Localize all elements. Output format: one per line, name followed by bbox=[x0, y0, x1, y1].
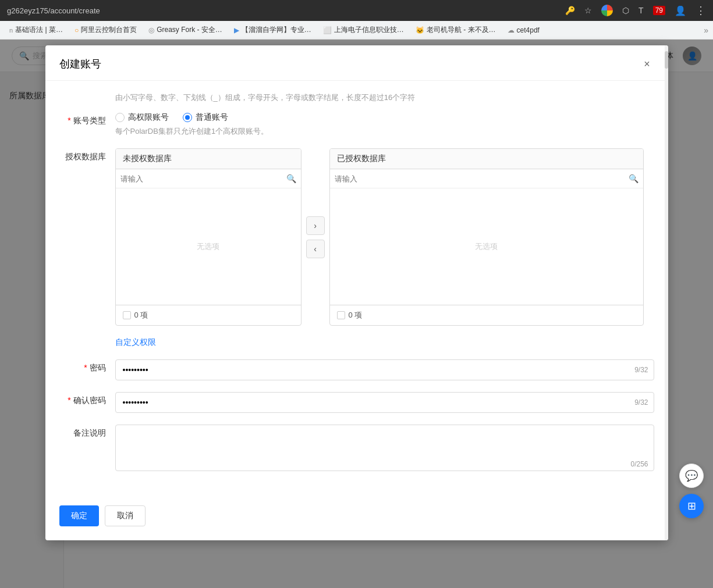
transfer-container: 未授权数据库 🔍 无选项 bbox=[115, 148, 654, 326]
bookmark-item-greasyfork[interactable]: ◎ Greasy Fork - 安全… bbox=[144, 23, 227, 37]
floating-buttons: 💬 ⊞ bbox=[679, 464, 704, 518]
key-icon[interactable]: 🔑 bbox=[565, 6, 575, 15]
modal-close-button[interactable]: × bbox=[640, 57, 654, 71]
translate-icon[interactable]: T bbox=[638, 6, 644, 15]
unauthorized-db-empty: 无选项 bbox=[197, 241, 219, 252]
transfer-forward-button[interactable]: › bbox=[306, 216, 325, 235]
browser-url: g262eyz175/account/create bbox=[7, 6, 559, 15]
radio-high-privilege[interactable]: 高权限账号 bbox=[115, 112, 169, 123]
bookmark-label: 老司机导航 - 来不及… bbox=[427, 25, 496, 35]
auth-db-row: 授权数据库 未授权数据库 🔍 bbox=[59, 148, 654, 326]
bookmark-label: 基础语法 | 菜… bbox=[15, 25, 63, 35]
profile-icon[interactable]: 👤 bbox=[675, 5, 686, 16]
bookmark-label: 【溜溜自学网】专业… bbox=[242, 25, 311, 35]
unauthorized-db-search-input[interactable] bbox=[120, 174, 283, 183]
bookmark-item-aliyun[interactable]: ○ 阿里云控制台首页 bbox=[70, 23, 141, 37]
account-name-hint: 由小写字母、数字、下划线（_）组成，字母开头，字母或数字结尾，长度不超过16个字… bbox=[59, 92, 654, 103]
modal-footer: 确定 取消 bbox=[45, 496, 668, 540]
account-type-row: 账号类型 高权限账号 普通账号 bbox=[59, 112, 654, 137]
custom-permissions-link[interactable]: 自定义权限 bbox=[59, 337, 654, 348]
authorized-db-body: 无选项 bbox=[330, 188, 643, 305]
authorized-db-count: 0 项 bbox=[349, 310, 363, 320]
unauthorized-db-header: 未授权数据库 bbox=[116, 149, 301, 169]
cancel-button[interactable]: 取消 bbox=[105, 505, 146, 526]
chrome-icon[interactable] bbox=[601, 5, 613, 16]
authorized-db-checkbox[interactable] bbox=[337, 311, 345, 319]
authorized-db-search: 🔍 bbox=[330, 169, 643, 188]
extension-icon[interactable]: ⬡ bbox=[622, 6, 629, 15]
bookmark-item-laosiji[interactable]: 🐱 老司机导航 - 来不及… bbox=[411, 23, 501, 37]
bookmarks-more[interactable]: » bbox=[704, 26, 708, 35]
grid-icon: ⊞ bbox=[687, 500, 696, 512]
titlebar-icons: 🔑 ☆ ⬡ T 79 👤 ⋮ bbox=[565, 4, 706, 17]
auth-db-label: 授权数据库 bbox=[59, 148, 106, 162]
create-account-modal: 创建账号 × 由小写字母、数字、下划线（_）组成，字母开头，字母或数字结尾，长度… bbox=[45, 45, 668, 540]
transfer-buttons: › ‹ bbox=[306, 216, 325, 258]
app-container: 🔍 搜索文档、控制台、API、解决方案和资源 费用 工单 备案 企业 支持 官网… bbox=[0, 40, 713, 588]
bookmark-label: 阿里云控制台首页 bbox=[81, 25, 137, 35]
radio-label-high: 高权限账号 bbox=[128, 112, 169, 123]
confirm-password-row: 确认密码 9/32 bbox=[59, 392, 654, 413]
auth-db-content: 未授权数据库 🔍 无选项 bbox=[115, 148, 654, 326]
unauthorized-search-icon: 🔍 bbox=[286, 174, 296, 183]
authorized-db-search-input[interactable] bbox=[335, 174, 625, 183]
authorized-search-icon: 🔍 bbox=[629, 174, 638, 183]
radio-circle-normal bbox=[183, 113, 192, 122]
float-grid-button[interactable]: ⊞ bbox=[679, 494, 704, 518]
password-count: 9/32 bbox=[634, 366, 648, 374]
unauthorized-db-count: 0 项 bbox=[134, 310, 148, 320]
account-type-label: 账号类型 bbox=[59, 112, 106, 126]
float-chat-button[interactable]: 💬 bbox=[679, 464, 704, 488]
bookmark-item-cet4[interactable]: ☁ cet4pdf bbox=[503, 24, 544, 36]
confirm-password-label: 确认密码 bbox=[59, 392, 106, 406]
bookmark-item[interactable]: n 基础语法 | 菜… bbox=[5, 23, 68, 37]
notes-row: 备注说明 0/256 bbox=[59, 425, 654, 473]
modal-body: 由小写字母、数字、下划线（_）组成，字母开头，字母或数字结尾，长度不超过16个字… bbox=[45, 81, 668, 496]
radio-normal[interactable]: 普通账号 bbox=[183, 112, 228, 123]
authorized-db-footer: 0 项 bbox=[330, 305, 643, 325]
browser-titlebar: g262eyz175/account/create 🔑 ☆ ⬡ T 79 👤 ⋮ bbox=[0, 0, 713, 21]
password-row: 密码 9/32 bbox=[59, 359, 654, 380]
account-type-radio-group: 高权限账号 普通账号 bbox=[115, 112, 654, 123]
textarea-wrapper: 0/256 bbox=[115, 425, 654, 473]
modal-title: 创建账号 bbox=[59, 57, 101, 71]
unauthorized-db-search: 🔍 bbox=[116, 169, 301, 188]
bookmarks-bar: n 基础语法 | 菜… ○ 阿里云控制台首页 ◎ Greasy Fork - 安… bbox=[0, 21, 713, 40]
password-input[interactable] bbox=[115, 359, 654, 380]
password-label: 密码 bbox=[59, 359, 106, 373]
authorized-db-panel: 已授权数据库 🔍 无选项 bbox=[329, 148, 644, 326]
content-area: 所属数据库 创建账号 × 由小写字母、数字、下划线（_）组成，字母开头，字母或数… bbox=[0, 72, 713, 588]
more-icon[interactable]: ⋮ bbox=[696, 4, 706, 17]
account-type-content: 高权限账号 普通账号 每个PolarDB集群只允许创建1个高权限账号。 bbox=[115, 112, 654, 137]
unauthorized-db-footer: 0 项 bbox=[116, 305, 301, 325]
password-content: 9/32 bbox=[115, 359, 654, 380]
notes-content: 0/256 bbox=[115, 425, 654, 473]
bookmark-item-liuliuxue[interactable]: ▶ 【溜溜自学网】专业… bbox=[229, 23, 316, 37]
unauthorized-db-checkbox[interactable] bbox=[123, 311, 131, 319]
bookmark-label: 上海电子信息职业技… bbox=[334, 25, 404, 35]
transfer-backward-button[interactable]: ‹ bbox=[306, 240, 325, 258]
bookmark-label: Greasy Fork - 安全… bbox=[157, 25, 222, 35]
scrollbar-thumb[interactable] bbox=[665, 51, 668, 69]
confirm-password-input[interactable] bbox=[115, 392, 654, 413]
password-input-wrapper: 9/32 bbox=[115, 359, 654, 380]
unauthorized-db-panel: 未授权数据库 🔍 无选项 bbox=[115, 148, 301, 326]
radio-label-normal: 普通账号 bbox=[196, 112, 228, 123]
account-type-hint: 每个PolarDB集群只允许创建1个高权限账号。 bbox=[115, 126, 654, 137]
confirm-button[interactable]: 确定 bbox=[59, 505, 99, 526]
puzzle-icon[interactable]: 79 bbox=[653, 6, 665, 15]
chat-icon: 💬 bbox=[685, 469, 698, 482]
confirm-password-input-wrapper: 9/32 bbox=[115, 392, 654, 413]
star-icon[interactable]: ☆ bbox=[584, 6, 592, 15]
authorized-db-empty: 无选项 bbox=[475, 241, 498, 252]
notes-textarea[interactable] bbox=[115, 425, 654, 471]
bookmark-item-shanghai[interactable]: ⬜ 上海电子信息职业技… bbox=[318, 23, 409, 37]
notes-label: 备注说明 bbox=[59, 425, 106, 439]
confirm-password-count: 9/32 bbox=[634, 398, 648, 407]
notes-count: 0/256 bbox=[630, 460, 648, 468]
modal-overlay: 创建账号 × 由小写字母、数字、下划线（_）组成，字母开头，字母或数字结尾，长度… bbox=[0, 40, 713, 588]
confirm-password-content: 9/32 bbox=[115, 392, 654, 413]
modal-header: 创建账号 × bbox=[45, 45, 668, 81]
scrollbar-track[interactable] bbox=[665, 45, 668, 540]
radio-circle-high bbox=[115, 113, 125, 122]
